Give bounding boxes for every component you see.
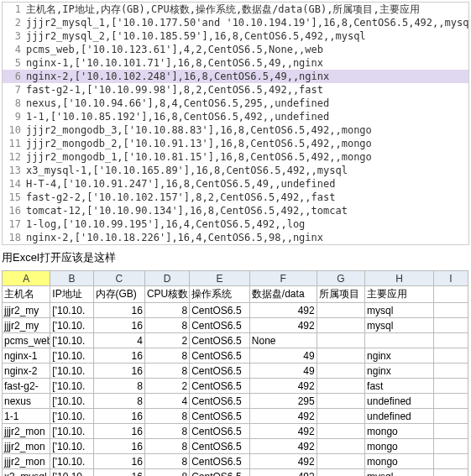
cell[interactable]: ['10.10. <box>50 333 93 348</box>
cell[interactable] <box>433 303 468 318</box>
cell[interactable]: CentOS6.5 <box>190 424 250 439</box>
cell[interactable]: 16 <box>93 454 144 469</box>
cell[interactable]: ['10.10. <box>50 439 93 454</box>
cell[interactable]: CentOS6.5 <box>190 348 250 364</box>
cell[interactable]: 2 <box>144 333 189 348</box>
cell[interactable]: ['10.10. <box>50 348 93 364</box>
col-letter[interactable]: B <box>50 271 93 286</box>
cell[interactable] <box>317 318 364 333</box>
cell[interactable]: 295 <box>249 394 317 409</box>
cell[interactable] <box>317 409 364 424</box>
cell[interactable]: 8 <box>144 348 189 364</box>
cell[interactable]: 16 <box>93 303 144 318</box>
cell[interactable]: 492 <box>249 424 317 439</box>
cell[interactable]: mongo <box>365 439 434 454</box>
cell[interactable]: 8 <box>93 394 144 409</box>
cell[interactable] <box>433 318 468 333</box>
cell[interactable] <box>317 333 364 348</box>
cell[interactable]: CentOS6.5 <box>190 409 250 424</box>
cell[interactable]: jjjr2_mon <box>3 439 50 454</box>
cell[interactable]: 1-1 <box>3 409 50 424</box>
cell[interactable]: jjjr2_my <box>3 318 50 333</box>
cell[interactable]: nginx <box>365 364 434 379</box>
cell[interactable]: ['10.10. <box>50 469 93 477</box>
cell[interactable]: 492 <box>249 318 317 333</box>
cell[interactable]: 8 <box>93 379 144 394</box>
cell[interactable]: CentOS6.5 <box>190 333 250 348</box>
cell[interactable] <box>317 394 364 409</box>
cell[interactable]: 8 <box>144 318 189 333</box>
cell[interactable]: CentOS6.5 <box>190 394 250 409</box>
cell[interactable]: ['10.10. <box>50 454 93 469</box>
cell[interactable]: 4 <box>93 333 144 348</box>
cell[interactable]: nginx-1 <box>3 348 50 364</box>
col-letter[interactable]: F <box>249 271 317 286</box>
cell[interactable] <box>433 348 468 364</box>
header-cell[interactable] <box>433 286 468 303</box>
cell[interactable]: undefined <box>365 394 434 409</box>
cell[interactable]: 49 <box>249 348 317 364</box>
cell[interactable]: ['10.10. <box>50 364 93 379</box>
cell[interactable]: ['10.10. <box>50 409 93 424</box>
cell[interactable]: mongo <box>365 454 434 469</box>
cell[interactable] <box>317 303 364 318</box>
cell[interactable]: 492 <box>249 409 317 424</box>
cell[interactable] <box>433 424 468 439</box>
cell[interactable]: CentOS6.5 <box>190 318 250 333</box>
cell[interactable] <box>433 454 468 469</box>
cell[interactable] <box>433 469 468 477</box>
cell[interactable]: mysql <box>365 318 434 333</box>
cell[interactable]: 16 <box>93 409 144 424</box>
cell[interactable]: CentOS6.5 <box>190 379 250 394</box>
cell[interactable]: 2 <box>144 379 189 394</box>
cell[interactable]: mysql <box>365 469 434 477</box>
header-cell[interactable]: IP地址 <box>50 286 93 303</box>
cell[interactable]: 492 <box>249 379 317 394</box>
cell[interactable]: 16 <box>93 469 144 477</box>
cell[interactable]: 49 <box>249 364 317 379</box>
cell[interactable]: jjjr2_my <box>3 303 50 318</box>
header-cell[interactable]: CPU核数 <box>144 286 189 303</box>
cell[interactable]: ['10.10. <box>50 379 93 394</box>
cell[interactable] <box>317 469 364 477</box>
cell[interactable]: 4 <box>144 394 189 409</box>
cell[interactable] <box>433 394 468 409</box>
cell[interactable] <box>433 379 468 394</box>
cell[interactable] <box>433 409 468 424</box>
cell[interactable]: mysql <box>365 303 434 318</box>
cell[interactable]: mongo <box>365 424 434 439</box>
header-cell[interactable]: 操作系统 <box>190 286 250 303</box>
cell[interactable]: 8 <box>144 454 189 469</box>
cell[interactable]: CentOS6.5 <box>190 364 250 379</box>
cell[interactable]: fast-g2- <box>3 379 50 394</box>
col-letter[interactable]: G <box>317 271 364 286</box>
cell[interactable]: 492 <box>249 439 317 454</box>
cell[interactable]: nginx-2 <box>3 364 50 379</box>
cell[interactable]: 492 <box>249 454 317 469</box>
header-cell[interactable]: 数据盘/data <box>249 286 317 303</box>
cell[interactable]: 16 <box>93 348 144 364</box>
cell[interactable] <box>433 439 468 454</box>
cell[interactable]: None <box>249 333 317 348</box>
col-letter[interactable]: E <box>190 271 250 286</box>
cell[interactable]: ['10.10. <box>50 394 93 409</box>
header-cell[interactable]: 所属项目 <box>317 286 364 303</box>
cell[interactable]: pcms_web <box>3 333 50 348</box>
header-cell[interactable]: 内存(GB) <box>93 286 144 303</box>
col-letter[interactable]: A <box>3 271 50 286</box>
cell[interactable]: ['10.10. <box>50 318 93 333</box>
cell[interactable]: 16 <box>93 318 144 333</box>
cell[interactable]: 492 <box>249 303 317 318</box>
cell[interactable]: 8 <box>144 424 189 439</box>
cell[interactable]: x3_mysql <box>3 469 50 477</box>
header-cell[interactable]: 主机名 <box>3 286 50 303</box>
cell[interactable]: fast <box>365 379 434 394</box>
col-letter[interactable]: D <box>144 271 189 286</box>
cell[interactable]: 492 <box>249 469 317 477</box>
cell[interactable]: undefined <box>365 409 434 424</box>
cell[interactable]: nginx <box>365 348 434 364</box>
cell[interactable]: 16 <box>93 364 144 379</box>
cell[interactable]: CentOS6.5 <box>190 469 250 477</box>
col-letter[interactable]: H <box>365 271 434 286</box>
cell[interactable]: ['10.10. <box>50 303 93 318</box>
